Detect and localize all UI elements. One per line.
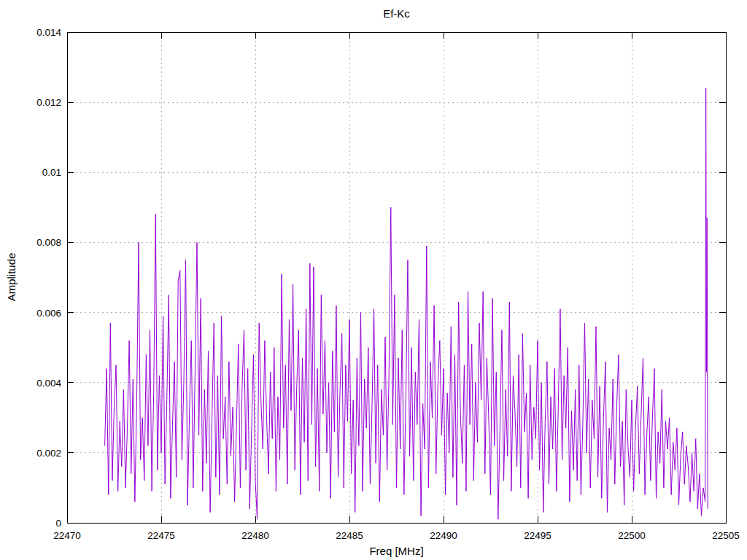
data-trace: [105, 88, 708, 519]
y-tick-label: 0.01: [42, 167, 61, 178]
y-tick-label: 0.002: [36, 448, 61, 459]
y-tick-label: 0.006: [36, 308, 61, 319]
chart-title: Ef-Kc: [67, 7, 726, 20]
y-tick-label: 0.004: [36, 378, 61, 389]
y-axis-title: Amplitude: [5, 253, 18, 302]
x-tick-label: 22480: [241, 530, 269, 541]
x-tick-label: 22505: [712, 530, 740, 541]
x-tick-label: 22475: [147, 530, 175, 541]
x-tick-label: 22490: [430, 530, 457, 541]
x-tick-label: 22495: [524, 530, 551, 541]
x-tick-label: 22470: [53, 530, 81, 541]
y-tick-label: 0.014: [36, 27, 61, 38]
plot-canvas: 2247022475224802248522490224952250022505…: [0, 0, 747, 560]
y-tick-label: 0: [55, 518, 61, 529]
x-axis-title: Freq [MHz]: [67, 545, 726, 557]
y-tick-label: 0.012: [36, 97, 61, 108]
x-tick-label: 22485: [336, 530, 363, 541]
spectrum-chart-window: Ef-Kc Amplitude Freq [MHz] 2247022475224…: [0, 0, 747, 560]
y-tick-label: 0.008: [36, 237, 61, 248]
x-tick-label: 22500: [618, 530, 646, 541]
